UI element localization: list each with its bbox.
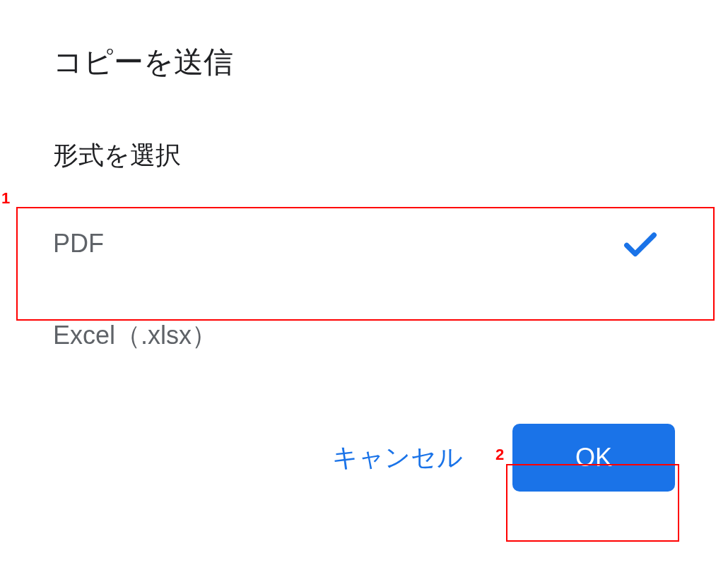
option-excel[interactable]: Excel（.xlsx） bbox=[53, 290, 675, 381]
check-icon bbox=[620, 223, 661, 264]
send-copy-dialog: コピーを送信 形式を選択 PDF Excel（.xlsx） キャンセル OK bbox=[0, 0, 728, 520]
annotation-label-2: 2 bbox=[495, 446, 504, 464]
option-label: Excel（.xlsx） bbox=[53, 319, 217, 353]
format-section-label: 形式を選択 bbox=[53, 138, 675, 173]
dialog-actions: キャンセル OK bbox=[53, 424, 675, 492]
cancel-button[interactable]: キャンセル bbox=[311, 427, 484, 489]
option-pdf[interactable]: PDF bbox=[53, 198, 675, 290]
annotation-label-1: 1 bbox=[1, 189, 10, 208]
dialog-title: コピーを送信 bbox=[53, 42, 675, 82]
ok-button[interactable]: OK bbox=[512, 424, 675, 492]
option-label: PDF bbox=[53, 229, 104, 258]
